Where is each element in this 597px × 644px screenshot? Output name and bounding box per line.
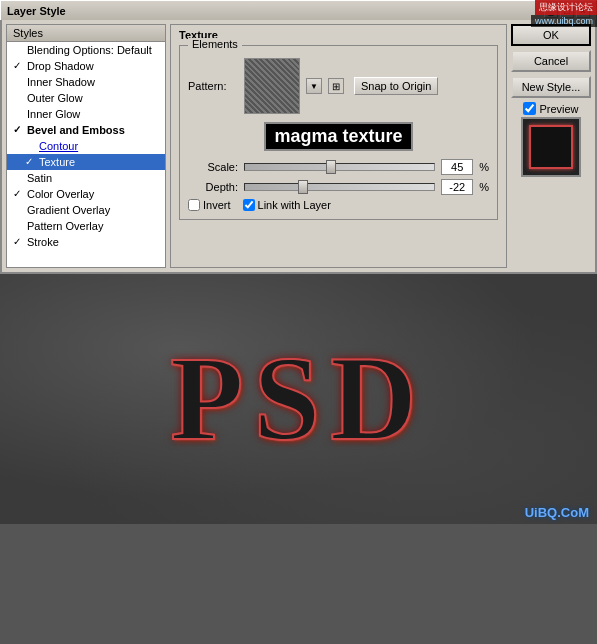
new-style-button[interactable]: New Style... (511, 76, 591, 98)
sidebar-item-contour[interactable]: Contour (7, 138, 165, 154)
pattern-row: Pattern: ▼ ⊞ Snap to Origin (188, 58, 489, 114)
sidebar-item-outer-glow[interactable]: Outer Glow (7, 90, 165, 106)
watermark-top: 思缘设计论坛 www.uibq.com (531, 0, 597, 27)
texture-panel: Texture Elements Pattern: ▼ ⊞ (170, 24, 507, 268)
sidebar-item-label: Color Overlay (27, 188, 94, 200)
preview-section: Preview (511, 102, 591, 177)
sidebar-item-label: Bevel and Emboss (27, 124, 125, 136)
elements-label: Elements (188, 38, 242, 50)
link-layer-checkbox[interactable] (243, 199, 255, 211)
bottom-preview-area: PSD UiBQ.CoM (0, 274, 597, 524)
sidebar-item-satin[interactable]: Satin (7, 170, 165, 186)
watermark-bottom: UiBQ.CoM (525, 505, 589, 520)
preview-thumbnail (521, 117, 581, 177)
sidebar-item-color-overlay[interactable]: Color Overlay (7, 186, 165, 202)
preview-label: Preview (539, 103, 578, 115)
preview-checkbox-label[interactable]: Preview (523, 102, 578, 115)
scale-slider-row: Scale: 45 % (188, 159, 489, 175)
preview-inner-square (529, 125, 573, 169)
sidebar-item-inner-glow[interactable]: Inner Glow (7, 106, 165, 122)
depth-slider-thumb[interactable] (298, 180, 308, 194)
invert-checkbox-label[interactable]: Invert (188, 199, 231, 211)
sidebar-item-stroke[interactable]: Stroke (7, 234, 165, 250)
cancel-button[interactable]: Cancel (511, 50, 591, 72)
depth-label: Depth: (188, 181, 238, 193)
pattern-dropdown-arrow[interactable]: ▼ (306, 78, 322, 94)
watermark-line1: 思缘设计论坛 (535, 0, 597, 15)
scale-percent: % (479, 161, 489, 173)
invert-label: Invert (203, 199, 231, 211)
link-layer-checkbox-label[interactable]: Link with Layer (243, 199, 331, 211)
title-bar: Layer Style _ □ × (0, 0, 597, 20)
scale-slider-track[interactable] (244, 163, 435, 171)
psd-preview-text: PSD (170, 330, 427, 468)
scale-value-input[interactable]: 45 (441, 159, 473, 175)
scale-slider-thumb[interactable] (326, 160, 336, 174)
styles-panel: Styles Blending Options: Default Drop Sh… (6, 24, 166, 268)
depth-percent: % (479, 181, 489, 193)
magma-texture-label: magma texture (264, 122, 412, 151)
sidebar-item-pattern-overlay[interactable]: Pattern Overlay (7, 218, 165, 234)
sidebar-item-label: Texture (39, 156, 75, 168)
pattern-label: Pattern: (188, 80, 238, 92)
styles-header: Styles (7, 25, 165, 42)
depth-slider-track[interactable] (244, 183, 435, 191)
snap-to-origin-button[interactable]: Snap to Origin (354, 77, 438, 95)
scale-label: Scale: (188, 161, 238, 173)
elements-group: Elements Pattern: ▼ ⊞ Snap to Origin (179, 45, 498, 220)
preview-checkbox[interactable] (523, 102, 536, 115)
texture-checkboxes: Invert Link with Layer (188, 199, 489, 211)
pattern-preview-thumbnail (244, 58, 300, 114)
layer-style-dialog: Styles Blending Options: Default Drop Sh… (0, 20, 597, 274)
sidebar-item-blending[interactable]: Blending Options: Default (7, 42, 165, 58)
right-panel: OK Cancel New Style... Preview (511, 24, 591, 268)
dialog-body: Styles Blending Options: Default Drop Sh… (2, 20, 595, 272)
magma-label-container: magma texture (188, 122, 489, 151)
link-layer-label: Link with Layer (258, 199, 331, 211)
sidebar-item-label: Drop Shadow (27, 60, 94, 72)
pattern-options-icon[interactable]: ⊞ (328, 78, 344, 94)
sidebar-item-label: Stroke (27, 236, 59, 248)
dialog-title: Layer Style (7, 5, 66, 17)
options-icon-glyph: ⊞ (332, 81, 340, 92)
depth-value-input[interactable]: -22 (441, 179, 473, 195)
ok-button[interactable]: OK (511, 24, 591, 46)
pattern-dropdown: ▼ (306, 78, 322, 94)
sidebar-item-gradient-overlay[interactable]: Gradient Overlay (7, 202, 165, 218)
sidebar-item-texture[interactable]: Texture (7, 154, 165, 170)
sidebar-item-inner-shadow[interactable]: Inner Shadow (7, 74, 165, 90)
sidebar-item-drop-shadow[interactable]: Drop Shadow (7, 58, 165, 74)
watermark-line2: www.uibq.com (531, 15, 597, 27)
sidebar-item-bevel-emboss[interactable]: Bevel and Emboss (7, 122, 165, 138)
invert-checkbox[interactable] (188, 199, 200, 211)
depth-slider-row: Depth: -22 % (188, 179, 489, 195)
main-content: Texture Elements Pattern: ▼ ⊞ (170, 24, 507, 268)
